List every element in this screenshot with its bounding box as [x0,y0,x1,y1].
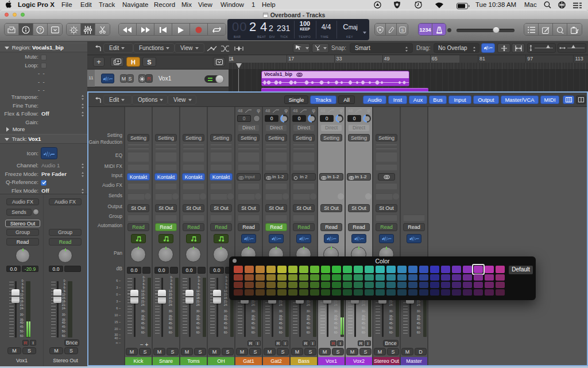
svg-text:S: S [401,28,404,33]
svg-text:?: ? [39,27,42,33]
